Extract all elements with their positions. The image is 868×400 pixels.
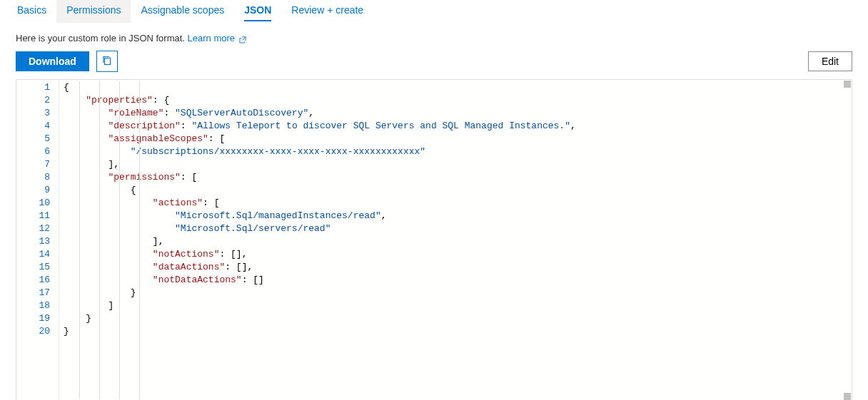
learn-more-link[interactable]: Learn more [188, 33, 247, 43]
line-number: 8 [16, 171, 50, 184]
line-number: 3 [16, 107, 50, 120]
download-button[interactable]: Download [16, 51, 89, 71]
copy-icon [101, 55, 113, 68]
toolbar: Download Edit [0, 51, 868, 79]
learn-more-label: Learn more [188, 33, 235, 43]
scroll-thumb-bottom[interactable] [844, 393, 851, 400]
line-number: 11 [16, 210, 50, 222]
copy-button[interactable] [96, 51, 118, 72]
tab-review-create[interactable]: Review + create [281, 0, 373, 23]
description-text: Here is your custom role in JSON format. [16, 33, 185, 43]
json-editor: 1234567891011121314151617181920 { "prope… [16, 79, 852, 400]
line-number: 13 [16, 235, 50, 248]
line-number: 17 [16, 287, 50, 299]
edit-button[interactable]: Edit [808, 51, 852, 71]
line-number: 7 [16, 158, 50, 171]
tab-basics[interactable]: Basics [7, 0, 56, 23]
scroll-thumb-top[interactable] [844, 81, 851, 88]
line-number: 19 [16, 312, 50, 325]
external-link-icon [239, 35, 247, 43]
description-row: Here is your custom role in JSON format.… [0, 23, 868, 51]
line-number: 4 [16, 120, 50, 133]
line-number: 5 [16, 133, 50, 145]
svg-rect-0 [104, 58, 110, 64]
code-editor[interactable]: 1234567891011121314151617181920 { "prope… [16, 80, 852, 400]
tab-permissions[interactable]: Permissions [56, 0, 131, 23]
line-number: 6 [16, 145, 50, 158]
line-number: 10 [16, 197, 50, 210]
line-number-gutter: 1234567891011121314151617181920 [16, 80, 59, 400]
line-number: 18 [16, 299, 50, 312]
line-number: 16 [16, 274, 50, 287]
line-number: 1 [16, 81, 50, 94]
vertical-scrollbar[interactable] [842, 80, 852, 400]
line-number: 20 [16, 325, 50, 338]
code-content: { "properties": { "roleName": "SQLServer… [59, 80, 852, 400]
line-number: 15 [16, 261, 50, 274]
tab-json[interactable]: JSON [234, 0, 281, 23]
tab-bar: BasicsPermissionsAssignable scopesJSONRe… [0, 0, 868, 23]
line-number: 2 [16, 94, 50, 107]
line-number: 12 [16, 222, 50, 235]
line-number: 9 [16, 184, 50, 197]
tab-assignable-scopes[interactable]: Assignable scopes [131, 0, 234, 23]
line-number: 14 [16, 248, 50, 261]
